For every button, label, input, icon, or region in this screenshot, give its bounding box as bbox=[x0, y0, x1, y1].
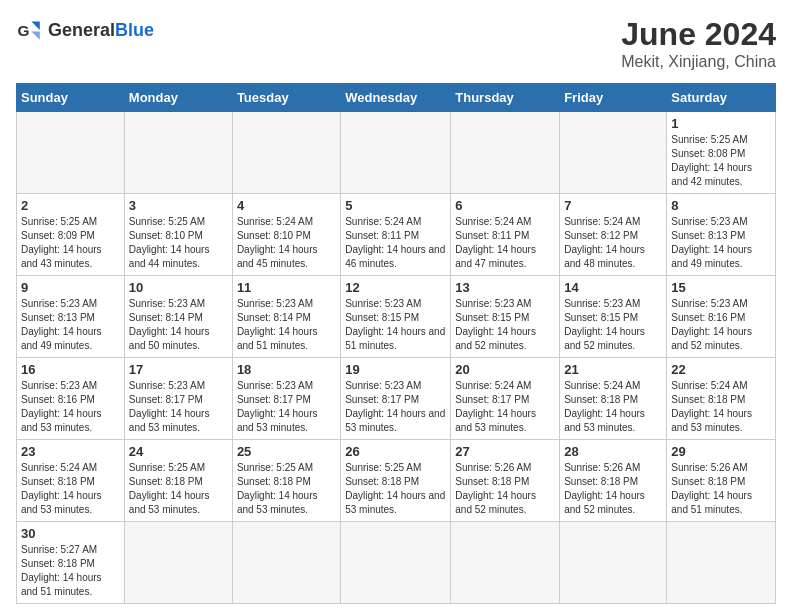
day-number: 7 bbox=[564, 198, 662, 213]
day-number: 12 bbox=[345, 280, 446, 295]
weekday-header-wednesday: Wednesday bbox=[341, 84, 451, 112]
week-row-4: 16Sunrise: 5:23 AM Sunset: 8:16 PM Dayli… bbox=[17, 358, 776, 440]
calendar-cell: 20Sunrise: 5:24 AM Sunset: 8:17 PM Dayli… bbox=[451, 358, 560, 440]
day-number: 23 bbox=[21, 444, 120, 459]
weekday-header-row: SundayMondayTuesdayWednesdayThursdayFrid… bbox=[17, 84, 776, 112]
calendar-cell: 12Sunrise: 5:23 AM Sunset: 8:15 PM Dayli… bbox=[341, 276, 451, 358]
logo-general: General bbox=[48, 20, 115, 40]
day-info: Sunrise: 5:24 AM Sunset: 8:18 PM Dayligh… bbox=[564, 379, 662, 435]
day-number: 18 bbox=[237, 362, 336, 377]
day-number: 28 bbox=[564, 444, 662, 459]
svg-marker-1 bbox=[31, 22, 39, 30]
calendar-cell: 8Sunrise: 5:23 AM Sunset: 8:13 PM Daylig… bbox=[667, 194, 776, 276]
day-info: Sunrise: 5:25 AM Sunset: 8:18 PM Dayligh… bbox=[237, 461, 336, 517]
day-info: Sunrise: 5:23 AM Sunset: 8:13 PM Dayligh… bbox=[671, 215, 771, 271]
day-info: Sunrise: 5:23 AM Sunset: 8:13 PM Dayligh… bbox=[21, 297, 120, 353]
logo-icon: G bbox=[16, 16, 44, 44]
calendar-cell bbox=[124, 522, 232, 604]
calendar-cell: 22Sunrise: 5:24 AM Sunset: 8:18 PM Dayli… bbox=[667, 358, 776, 440]
day-number: 4 bbox=[237, 198, 336, 213]
day-number: 21 bbox=[564, 362, 662, 377]
day-info: Sunrise: 5:24 AM Sunset: 8:18 PM Dayligh… bbox=[21, 461, 120, 517]
subtitle: Mekit, Xinjiang, China bbox=[621, 53, 776, 71]
calendar-cell: 26Sunrise: 5:25 AM Sunset: 8:18 PM Dayli… bbox=[341, 440, 451, 522]
day-number: 8 bbox=[671, 198, 771, 213]
calendar-cell: 13Sunrise: 5:23 AM Sunset: 8:15 PM Dayli… bbox=[451, 276, 560, 358]
day-info: Sunrise: 5:23 AM Sunset: 8:17 PM Dayligh… bbox=[129, 379, 228, 435]
calendar-cell bbox=[232, 112, 340, 194]
calendar-cell: 28Sunrise: 5:26 AM Sunset: 8:18 PM Dayli… bbox=[560, 440, 667, 522]
calendar-cell bbox=[451, 522, 560, 604]
day-info: Sunrise: 5:23 AM Sunset: 8:15 PM Dayligh… bbox=[564, 297, 662, 353]
week-row-1: 1Sunrise: 5:25 AM Sunset: 8:08 PM Daylig… bbox=[17, 112, 776, 194]
day-info: Sunrise: 5:23 AM Sunset: 8:17 PM Dayligh… bbox=[237, 379, 336, 435]
week-row-5: 23Sunrise: 5:24 AM Sunset: 8:18 PM Dayli… bbox=[17, 440, 776, 522]
day-info: Sunrise: 5:27 AM Sunset: 8:18 PM Dayligh… bbox=[21, 543, 120, 599]
calendar-cell: 6Sunrise: 5:24 AM Sunset: 8:11 PM Daylig… bbox=[451, 194, 560, 276]
day-number: 9 bbox=[21, 280, 120, 295]
weekday-header-friday: Friday bbox=[560, 84, 667, 112]
week-row-3: 9Sunrise: 5:23 AM Sunset: 8:13 PM Daylig… bbox=[17, 276, 776, 358]
day-number: 17 bbox=[129, 362, 228, 377]
title-section: June 2024 Mekit, Xinjiang, China bbox=[621, 16, 776, 71]
header: G GeneralBlue June 2024 Mekit, Xinjiang,… bbox=[16, 16, 776, 71]
main-title: June 2024 bbox=[621, 16, 776, 53]
day-info: Sunrise: 5:23 AM Sunset: 8:15 PM Dayligh… bbox=[455, 297, 555, 353]
day-info: Sunrise: 5:24 AM Sunset: 8:17 PM Dayligh… bbox=[455, 379, 555, 435]
day-info: Sunrise: 5:25 AM Sunset: 8:18 PM Dayligh… bbox=[345, 461, 446, 517]
day-info: Sunrise: 5:25 AM Sunset: 8:18 PM Dayligh… bbox=[129, 461, 228, 517]
calendar-cell bbox=[232, 522, 340, 604]
calendar-cell: 9Sunrise: 5:23 AM Sunset: 8:13 PM Daylig… bbox=[17, 276, 125, 358]
logo-blue: Blue bbox=[115, 20, 154, 40]
day-info: Sunrise: 5:26 AM Sunset: 8:18 PM Dayligh… bbox=[671, 461, 771, 517]
day-info: Sunrise: 5:25 AM Sunset: 8:10 PM Dayligh… bbox=[129, 215, 228, 271]
calendar-cell: 18Sunrise: 5:23 AM Sunset: 8:17 PM Dayli… bbox=[232, 358, 340, 440]
weekday-header-tuesday: Tuesday bbox=[232, 84, 340, 112]
weekday-header-sunday: Sunday bbox=[17, 84, 125, 112]
calendar-cell: 3Sunrise: 5:25 AM Sunset: 8:10 PM Daylig… bbox=[124, 194, 232, 276]
day-number: 20 bbox=[455, 362, 555, 377]
calendar-cell: 24Sunrise: 5:25 AM Sunset: 8:18 PM Dayli… bbox=[124, 440, 232, 522]
weekday-header-thursday: Thursday bbox=[451, 84, 560, 112]
calendar-cell: 17Sunrise: 5:23 AM Sunset: 8:17 PM Dayli… bbox=[124, 358, 232, 440]
calendar-cell: 27Sunrise: 5:26 AM Sunset: 8:18 PM Dayli… bbox=[451, 440, 560, 522]
weekday-header-saturday: Saturday bbox=[667, 84, 776, 112]
calendar-cell bbox=[341, 522, 451, 604]
day-info: Sunrise: 5:26 AM Sunset: 8:18 PM Dayligh… bbox=[564, 461, 662, 517]
calendar-cell bbox=[451, 112, 560, 194]
day-number: 27 bbox=[455, 444, 555, 459]
day-info: Sunrise: 5:24 AM Sunset: 8:11 PM Dayligh… bbox=[455, 215, 555, 271]
calendar-cell bbox=[341, 112, 451, 194]
day-info: Sunrise: 5:23 AM Sunset: 8:17 PM Dayligh… bbox=[345, 379, 446, 435]
day-number: 25 bbox=[237, 444, 336, 459]
calendar-cell: 7Sunrise: 5:24 AM Sunset: 8:12 PM Daylig… bbox=[560, 194, 667, 276]
calendar-cell bbox=[17, 112, 125, 194]
day-number: 5 bbox=[345, 198, 446, 213]
day-info: Sunrise: 5:24 AM Sunset: 8:12 PM Dayligh… bbox=[564, 215, 662, 271]
calendar-cell bbox=[667, 522, 776, 604]
weekday-header-monday: Monday bbox=[124, 84, 232, 112]
day-info: Sunrise: 5:23 AM Sunset: 8:14 PM Dayligh… bbox=[129, 297, 228, 353]
day-info: Sunrise: 5:23 AM Sunset: 8:16 PM Dayligh… bbox=[21, 379, 120, 435]
calendar-cell: 11Sunrise: 5:23 AM Sunset: 8:14 PM Dayli… bbox=[232, 276, 340, 358]
calendar-cell: 19Sunrise: 5:23 AM Sunset: 8:17 PM Dayli… bbox=[341, 358, 451, 440]
logo: G GeneralBlue bbox=[16, 16, 154, 44]
calendar-cell: 10Sunrise: 5:23 AM Sunset: 8:14 PM Dayli… bbox=[124, 276, 232, 358]
day-number: 30 bbox=[21, 526, 120, 541]
calendar-cell: 14Sunrise: 5:23 AM Sunset: 8:15 PM Dayli… bbox=[560, 276, 667, 358]
calendar: SundayMondayTuesdayWednesdayThursdayFrid… bbox=[16, 83, 776, 604]
calendar-cell: 23Sunrise: 5:24 AM Sunset: 8:18 PM Dayli… bbox=[17, 440, 125, 522]
calendar-cell: 2Sunrise: 5:25 AM Sunset: 8:09 PM Daylig… bbox=[17, 194, 125, 276]
day-info: Sunrise: 5:23 AM Sunset: 8:16 PM Dayligh… bbox=[671, 297, 771, 353]
day-number: 19 bbox=[345, 362, 446, 377]
day-number: 1 bbox=[671, 116, 771, 131]
day-number: 26 bbox=[345, 444, 446, 459]
calendar-cell: 30Sunrise: 5:27 AM Sunset: 8:18 PM Dayli… bbox=[17, 522, 125, 604]
calendar-cell: 4Sunrise: 5:24 AM Sunset: 8:10 PM Daylig… bbox=[232, 194, 340, 276]
day-info: Sunrise: 5:23 AM Sunset: 8:14 PM Dayligh… bbox=[237, 297, 336, 353]
day-number: 14 bbox=[564, 280, 662, 295]
day-number: 6 bbox=[455, 198, 555, 213]
calendar-cell: 16Sunrise: 5:23 AM Sunset: 8:16 PM Dayli… bbox=[17, 358, 125, 440]
day-number: 15 bbox=[671, 280, 771, 295]
day-number: 3 bbox=[129, 198, 228, 213]
